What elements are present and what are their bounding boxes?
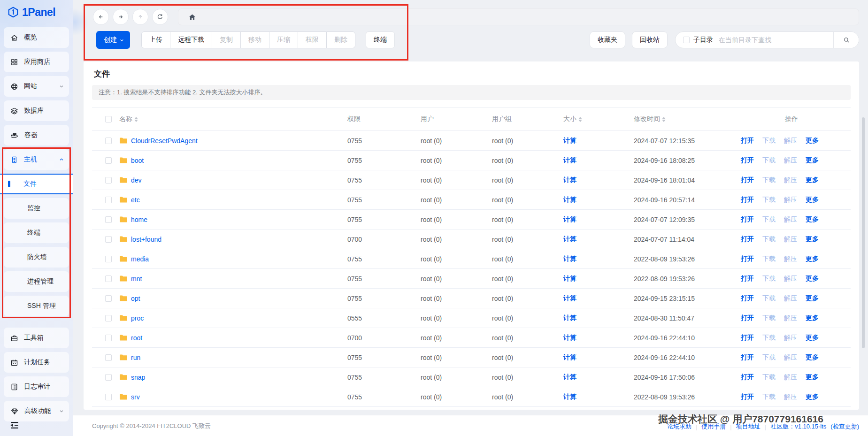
row-checkbox[interactable] (105, 315, 112, 321)
file-name-link[interactable]: opt (131, 295, 140, 302)
file-name-link[interactable]: root (131, 334, 142, 342)
open-action[interactable]: 打开 (741, 176, 754, 184)
row-checkbox[interactable] (105, 275, 112, 282)
file-size-link[interactable]: 计算 (563, 314, 576, 321)
sidebar-item-monitor[interactable]: 监控 (4, 198, 69, 219)
download-action[interactable]: 下载 (762, 353, 776, 362)
download-action[interactable]: 下载 (762, 176, 776, 184)
row-checkbox[interactable] (105, 157, 112, 164)
subdirectory-toggle[interactable]: 子目录 (676, 36, 719, 44)
extract-action[interactable]: 解压 (784, 235, 797, 244)
forward-button[interactable] (113, 9, 129, 25)
sidebar-item-website[interactable]: 网站 (4, 76, 69, 97)
sidebar-item-host[interactable]: 主机 (4, 149, 69, 170)
file-name-link[interactable]: lost+found (131, 236, 161, 243)
sort-by-size-control[interactable] (578, 117, 582, 122)
extract-action[interactable]: 解压 (784, 353, 797, 362)
more-action[interactable]: 更多 (806, 156, 819, 165)
open-action[interactable]: 打开 (741, 196, 754, 204)
download-action[interactable]: 下载 (762, 156, 776, 165)
create-button[interactable]: 创建 (96, 31, 130, 49)
open-action[interactable]: 打开 (741, 314, 754, 322)
row-checkbox[interactable] (105, 394, 112, 400)
file-name-link[interactable]: srv (131, 393, 140, 401)
path-breadcrumb[interactable] (178, 8, 859, 25)
file-size-link[interactable]: 计算 (563, 275, 576, 282)
more-action[interactable]: 更多 (806, 393, 819, 401)
favorites-button[interactable]: 收藏夹 (590, 31, 625, 48)
row-checkbox[interactable] (105, 216, 112, 223)
move-button[interactable]: 移动 (240, 31, 269, 48)
open-action[interactable]: 打开 (741, 137, 754, 145)
extract-action[interactable]: 解压 (784, 275, 797, 283)
open-action[interactable]: 打开 (741, 156, 754, 165)
compress-button[interactable]: 压缩 (269, 31, 298, 48)
open-action[interactable]: 打开 (741, 393, 754, 401)
home-path-icon[interactable] (188, 13, 196, 21)
extract-action[interactable]: 解压 (784, 215, 797, 224)
more-action[interactable]: 更多 (806, 334, 819, 342)
download-action[interactable]: 下载 (762, 314, 776, 322)
more-action[interactable]: 更多 (806, 353, 819, 362)
sidebar-item-database[interactable]: 数据库 (4, 100, 69, 121)
more-action[interactable]: 更多 (806, 176, 819, 184)
search-submit-button[interactable] (833, 32, 859, 48)
extract-action[interactable]: 解压 (784, 334, 797, 342)
back-button[interactable] (93, 9, 109, 25)
more-action[interactable]: 更多 (806, 373, 819, 382)
extract-action[interactable]: 解压 (784, 196, 797, 204)
delete-button[interactable]: 删除 (326, 31, 355, 48)
more-action[interactable]: 更多 (806, 255, 819, 263)
open-action[interactable]: 打开 (741, 255, 754, 263)
row-checkbox[interactable] (105, 236, 112, 243)
sidebar-item-files[interactable]: 文件 (0, 174, 73, 194)
terminal-button[interactable]: 终端 (366, 31, 395, 48)
project-link[interactable]: 项目地址 (736, 422, 760, 431)
collapse-sidebar-button[interactable] (8, 419, 22, 431)
open-action[interactable]: 打开 (741, 294, 754, 303)
file-size-link[interactable]: 计算 (563, 294, 576, 302)
file-size-link[interactable]: 计算 (563, 196, 576, 203)
file-size-link[interactable]: 计算 (563, 393, 576, 400)
sidebar-item-overview[interactable]: 概览 (4, 27, 69, 48)
sidebar-item-terminal[interactable]: 终端 (4, 222, 69, 243)
subdir-checkbox[interactable] (683, 37, 690, 43)
file-name-link[interactable]: mnt (131, 275, 142, 283)
row-checkbox[interactable] (105, 374, 112, 381)
open-action[interactable]: 打开 (741, 373, 754, 382)
sidebar-item-logs[interactable]: 日志审计 (4, 376, 69, 397)
sidebar-item-process[interactable]: 进程管理 (4, 271, 69, 292)
file-name-link[interactable]: CloudrResetPwdAgent (131, 137, 198, 145)
recycle-bin-button[interactable]: 回收站 (632, 31, 668, 48)
file-size-link[interactable]: 计算 (563, 215, 576, 223)
forum-help-link[interactable]: 论坛求助 (667, 422, 691, 431)
more-action[interactable]: 更多 (806, 294, 819, 303)
extract-action[interactable]: 解压 (784, 294, 797, 303)
file-size-link[interactable]: 计算 (563, 176, 576, 184)
open-action[interactable]: 打开 (741, 235, 754, 244)
more-action[interactable]: 更多 (806, 235, 819, 244)
sidebar-item-appstore[interactable]: 应用商店 (4, 52, 69, 72)
sidebar-item-toolbox[interactable]: 工具箱 (4, 328, 69, 348)
extract-action[interactable]: 解压 (784, 137, 797, 145)
file-name-link[interactable]: dev (131, 176, 142, 184)
more-action[interactable]: 更多 (806, 137, 819, 145)
download-action[interactable]: 下载 (762, 235, 776, 244)
row-checkbox[interactable] (105, 295, 112, 302)
check-update-link[interactable]: (检查更新) (830, 422, 859, 431)
download-action[interactable]: 下载 (762, 137, 776, 145)
extract-action[interactable]: 解压 (784, 156, 797, 165)
open-action[interactable]: 打开 (741, 275, 754, 283)
manual-link[interactable]: 使用手册 (701, 422, 726, 431)
file-name-link[interactable]: run (131, 354, 140, 361)
row-checkbox[interactable] (105, 177, 112, 184)
more-action[interactable]: 更多 (806, 196, 819, 204)
sidebar-item-ssh[interactable]: SSH 管理 (4, 296, 69, 316)
file-size-link[interactable]: 计算 (563, 334, 576, 341)
download-action[interactable]: 下载 (762, 373, 776, 382)
download-action[interactable]: 下载 (762, 393, 776, 401)
file-size-link[interactable]: 计算 (563, 156, 576, 164)
refresh-button[interactable] (152, 9, 168, 25)
file-size-link[interactable]: 计算 (563, 255, 576, 262)
sidebar-item-advanced[interactable]: 高级功能 (4, 401, 69, 421)
